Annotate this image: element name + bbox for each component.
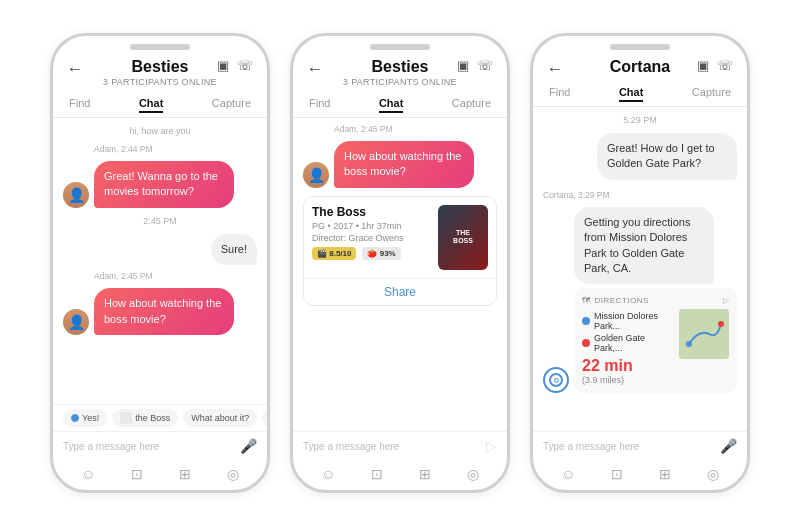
phone-icon-3[interactable]: ☏: [717, 58, 733, 73]
directions-text: Mission Dolores Park... Golden Gate Park…: [582, 309, 673, 385]
directions-start: Mission Dolores Park...: [582, 311, 673, 331]
movie-ratings: 🎬 8.5/10 🍅 93%: [312, 247, 430, 260]
header-icons-1: ▣ ☏: [217, 58, 253, 73]
location-icon-3[interactable]: ◎: [707, 466, 719, 482]
imdb-rating: 🎬 8.5/10: [312, 247, 356, 260]
directions-content: Mission Dolores Park... Golden Gate Park…: [582, 309, 729, 385]
sticker-icon-3[interactable]: ⊡: [611, 466, 623, 482]
phone-2-tabs: Find Chat Capture: [293, 91, 507, 113]
mic-icon-1[interactable]: 🎤: [240, 438, 257, 454]
suggestion-yes[interactable]: Yes!: [63, 409, 107, 427]
svg-point-1: [686, 341, 692, 347]
image-icon-3[interactable]: ⊞: [659, 466, 671, 482]
phone-1-title: Besties: [132, 58, 189, 76]
back-button-3[interactable]: ←: [547, 60, 563, 78]
tab-find-2[interactable]: Find: [309, 97, 330, 113]
message-input-area-2: Type a message here ▷: [293, 431, 507, 460]
movie-share-button[interactable]: Share: [304, 278, 496, 305]
suggestion-what[interactable]: What about it?: [183, 409, 257, 427]
tab-chat-2[interactable]: Chat: [379, 97, 403, 113]
phone-2-header: ← ▣ ☏ Besties 3 PARTICIPANTS ONLINE: [293, 54, 507, 87]
sticker-icon-2[interactable]: ⊡: [371, 466, 383, 482]
bottom-icons-1: ☺ ⊡ ⊞ ◎: [53, 460, 267, 490]
emoji-icon-1[interactable]: ☺: [81, 466, 95, 482]
avatar-3: 👤: [303, 162, 329, 188]
message-input-1[interactable]: Type a message here: [63, 441, 234, 452]
tab-capture-2[interactable]: Capture: [452, 97, 491, 113]
phone-2: ← ▣ ☏ Besties 3 PARTICIPANTS ONLINE Find…: [290, 33, 510, 493]
phone-1-tabs: Find Chat Capture: [53, 91, 267, 113]
chat-area-2: Adam, 2:45 PM 👤 How about watching the b…: [293, 118, 507, 431]
sender-2: Adam, 2:45 PM: [94, 271, 257, 281]
suggestion-boss[interactable]: the Boss: [112, 409, 178, 427]
emoji-icon-2[interactable]: ☺: [321, 466, 335, 482]
message-row-4: 👤 How about watching the boss movie?: [303, 141, 497, 188]
avatar-1: 👤: [63, 182, 89, 208]
sticker-icon-1[interactable]: ⊡: [131, 466, 143, 482]
message-input-3[interactable]: Type a message here: [543, 441, 714, 452]
bubble-1: Great! Wanna go to the movies tomorrow?: [94, 161, 234, 208]
phone-3-title: Cortana: [610, 58, 670, 76]
emoji-icon-3[interactable]: ☺: [561, 466, 575, 482]
tab-chat-1[interactable]: Chat: [139, 97, 163, 113]
cortana-dot: [554, 378, 559, 383]
location-icon-1[interactable]: ◎: [227, 466, 239, 482]
tab-find-3[interactable]: Find: [549, 86, 570, 102]
movie-director: Director: Grace Owens: [312, 233, 430, 243]
avatar-face-3: 👤: [303, 162, 329, 188]
video-icon-3[interactable]: ▣: [697, 58, 709, 73]
location-icon-2[interactable]: ◎: [467, 466, 479, 482]
header-icons-2: ▣ ☏: [457, 58, 493, 73]
message-row-3: 👤 How about watching the boss movie?: [63, 288, 257, 335]
sender-1: Adam, 2:44 PM: [94, 144, 257, 154]
bubble-4: How about watching the boss movie?: [334, 141, 474, 188]
tab-find-1[interactable]: Find: [69, 97, 90, 113]
timestamp-3: 5:29 PM: [543, 115, 737, 125]
phone-icon-2[interactable]: ☏: [477, 58, 493, 73]
movie-card: The Boss PG • 2017 • 1hr 37min Director:…: [303, 196, 497, 306]
phone-3-header: ← ▣ ☏ Cortana: [533, 54, 747, 76]
cortana-avatar: [543, 367, 569, 393]
tab-chat-3[interactable]: Chat: [619, 86, 643, 102]
back-button-2[interactable]: ←: [307, 60, 323, 78]
avatar-face-2: 👤: [63, 309, 89, 335]
send-button-2[interactable]: ▷: [486, 438, 497, 454]
mic-icon-3[interactable]: 🎤: [720, 438, 737, 454]
phone-notch-1: [130, 44, 190, 50]
tab-capture-1[interactable]: Capture: [212, 97, 251, 113]
bubble-2: Sure!: [211, 234, 257, 265]
directions-time: 22 min: [582, 357, 673, 375]
phone-2-subtitle: 3 PARTICIPANTS ONLINE: [343, 77, 457, 87]
message-input-2[interactable]: Type a message here: [303, 441, 480, 452]
video-icon-2[interactable]: ▣: [457, 58, 469, 73]
suggestion-that[interactable]: That: [262, 409, 267, 427]
movie-poster: THEBOSS: [438, 205, 488, 270]
svg-rect-0: [679, 309, 729, 359]
movie-meta: PG • 2017 • 1hr 37min: [312, 221, 430, 231]
chat-area-1: hi, how are you Adam, 2:44 PM 👤 Great! W…: [53, 118, 267, 404]
directions-card: 🗺 DIRECTIONS ▷ Mission Dolores Park...: [574, 288, 737, 393]
svg-point-2: [718, 321, 724, 327]
cortana-ring: [549, 373, 563, 387]
message-row-6: Getting you directions from Mission Dolo…: [543, 207, 737, 394]
message-row-1: 👤 Great! Wanna go to the movies tomorrow…: [63, 161, 257, 208]
chat-area-3: 5:29 PM Great! How do I get to Golden Ga…: [533, 107, 747, 431]
back-button-1[interactable]: ←: [67, 60, 83, 78]
image-icon-1[interactable]: ⊞: [179, 466, 191, 482]
phone-notch-2: [370, 44, 430, 50]
tab-capture-3[interactable]: Capture: [692, 86, 731, 102]
message-row-5: Great! How do I get to Golden Gate Park?: [543, 133, 737, 180]
phone-3-tabs: Find Chat Capture: [533, 80, 747, 102]
image-icon-2[interactable]: ⊞: [419, 466, 431, 482]
map-thumbnail[interactable]: [679, 309, 729, 359]
start-dot: [582, 317, 590, 325]
message-row-2: Sure!: [63, 234, 257, 265]
bubble-5: Great! How do I get to Golden Gate Park?: [597, 133, 737, 180]
video-icon-1[interactable]: ▣: [217, 58, 229, 73]
phone-icon-1[interactable]: ☏: [237, 58, 253, 73]
movie-info: The Boss PG • 2017 • 1hr 37min Director:…: [312, 205, 430, 270]
phone-1-subtitle: 3 PARTICIPANTS ONLINE: [103, 77, 217, 87]
sender-4: Cortana, 3:29 PM: [543, 190, 737, 200]
message-input-area-3: Type a message here 🎤: [533, 431, 747, 460]
end-dot: [582, 339, 590, 347]
